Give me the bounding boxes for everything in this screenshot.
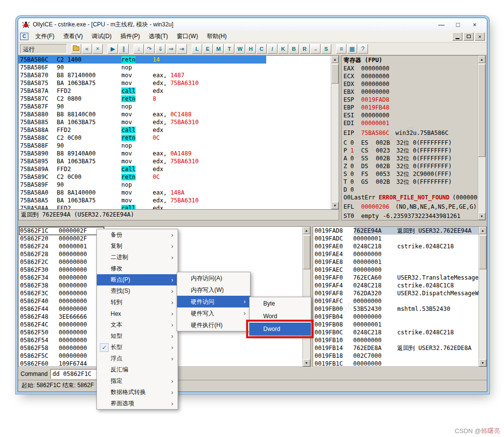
scroll-thumb[interactable]: [478, 64, 485, 157]
maximize-button[interactable]: □: [450, 21, 466, 28]
disasm-row[interactable]: 75BA5890B8 89140A00moveax, 0A1489: [19, 150, 331, 157]
context-menu-item-float[interactable]: 浮点›: [97, 353, 178, 364]
breakpoint-submenu-item-memory-access[interactable]: 内存访问(A): [177, 272, 250, 284]
stack-row[interactable]: 0019FAFC00000000: [313, 297, 479, 305]
stack-row[interactable]: 0019FB18002C7000: [313, 352, 479, 360]
register-line[interactable]: P1CS002332位 0(FFFFFFFF): [342, 147, 478, 154]
disassembly-pane[interactable]: 75BA586CC2 1400retn1475BA586F90nop75BA58…: [19, 56, 331, 209]
breakpoint-submenu-item-hardware-access[interactable]: 硬件访问›: [177, 296, 250, 307]
menu-item-3[interactable]: 插件(P): [116, 31, 144, 42]
trace-over-button[interactable]: ⇒: [166, 44, 176, 54]
trace-into-button[interactable]: ⇓: [155, 44, 165, 54]
disasm-row[interactable]: 75BA588CC2 0C00retn0C: [19, 134, 331, 142]
stack-row[interactable]: 0019FAE00248C218cstrike.0248C218: [313, 242, 479, 250]
minimize-button[interactable]: —: [433, 21, 450, 28]
register-line[interactable]: ST0empty-6.2359373223443981261: [342, 212, 478, 220]
context-menu-item-special[interactable]: 指定›: [97, 375, 178, 387]
menu-item-0[interactable]: 文件(F): [31, 31, 59, 42]
register-line[interactable]: O0LastErrERROR_FILE_NOT_FOUND(00000002): [342, 194, 478, 201]
stack-row[interactable]: 0019FB0800000001: [313, 321, 479, 328]
register-line[interactable]: EAX00000000: [342, 65, 478, 72]
mdi-restore-button[interactable]: [463, 32, 474, 41]
scroll-track[interactable]: [331, 63, 339, 202]
registers-list[interactable]: 寄存器 (FPU) EAX00000000ECX00000000EDX00000…: [342, 56, 478, 220]
toolbar-letter-K[interactable]: K: [278, 44, 288, 54]
disasm-row[interactable]: 75BA58AAFFD2calledx: [19, 204, 331, 209]
toolbar-letter-L[interactable]: L: [192, 44, 202, 54]
step-into-button[interactable]: ↓: [134, 44, 144, 54]
stack-row[interactable]: 0019FAF40248C218cstrike.0248C1C8: [313, 282, 479, 289]
context-menu-item-appearance[interactable]: 界面选项›: [97, 398, 178, 409]
appearance-button[interactable]: ▦: [347, 44, 357, 54]
toolbar-letter-S[interactable]: S: [321, 44, 331, 54]
hardware-submenu-item-word[interactable]: Word: [250, 310, 311, 323]
stack-row[interactable]: 0019FB0C0248C218cstrike.0248C218: [313, 328, 479, 336]
register-line[interactable]: D0: [342, 186, 478, 194]
context-menu-item-hex[interactable]: Hex›: [97, 308, 178, 319]
context-menu-item-breakpoint[interactable]: 断点(P)›: [97, 274, 178, 285]
disasm-row[interactable]: 75BA589F90nop: [19, 181, 331, 189]
hardware-submenu-item-byte[interactable]: Byte: [250, 297, 311, 310]
register-line[interactable]: C0ES002B32位 0(FFFFFFFF): [342, 139, 478, 147]
context-menu-item-short[interactable]: 短型›: [97, 330, 178, 342]
options-button[interactable]: ≡: [336, 44, 346, 54]
register-line[interactable]: A0SS002B32位 0(FFFFFFFF): [342, 154, 478, 162]
disasm-row[interactable]: 75BA5880B8 88140C00moveax, 0C1488: [19, 110, 331, 118]
cpu-window-icon[interactable]: C: [20, 33, 28, 40]
context-menu-item-copy[interactable]: 复制›: [97, 240, 178, 252]
execute-till-return-button[interactable]: ⇥: [177, 44, 187, 54]
toolbar-letter-...[interactable]: ...: [310, 44, 321, 54]
disasm-row[interactable]: 75BA587AFFD2calledx: [19, 87, 331, 95]
stack-pane[interactable]: 0019FAD8762EE94A返回到 USER32.762EE94A0019F…: [313, 227, 479, 367]
disasm-row[interactable]: 75BA58A5BA 1063BA75movedx, 75BA6310: [19, 197, 331, 204]
stack-row[interactable]: 0019FB0400000000: [313, 313, 479, 321]
toolbar-letter-R[interactable]: R: [299, 44, 310, 54]
register-line[interactable]: EDI00000001: [342, 119, 478, 127]
scroll-up-icon[interactable]: ▲: [331, 56, 339, 63]
context-menu-item-long[interactable]: ✓长型›: [97, 342, 178, 353]
scroll-thumb[interactable]: [479, 235, 486, 269]
pause-button[interactable]: ∥: [118, 44, 129, 54]
menu-item-6[interactable]: 帮助(H): [203, 31, 231, 42]
menu-item-5[interactable]: 窗口(W): [172, 31, 202, 42]
register-line[interactable]: EBP0019FB48: [342, 104, 478, 111]
scroll-up-icon[interactable]: ▲: [478, 56, 485, 63]
disasm-row[interactable]: 75BA586F90nop: [19, 64, 331, 71]
scroll-track[interactable]: [479, 234, 486, 359]
stack-row[interactable]: 0019FAF8762DA320USER32.DispatchMessageW: [313, 289, 479, 297]
disassembly-scrollbar[interactable]: ▲ ▼: [331, 56, 339, 209]
register-line[interactable]: ESI00000000: [342, 111, 478, 119]
disasm-row[interactable]: 75BA58A0B8 8A140000moveax, 148A: [19, 189, 331, 197]
stack-row[interactable]: 0019FB1000000000: [313, 336, 479, 344]
context-menu-item-backup[interactable]: 备份›: [97, 229, 178, 240]
close-button[interactable]: ×: [466, 21, 483, 28]
toolbar-letter-C[interactable]: C: [256, 44, 267, 54]
register-line[interactable]: Z0DS002B32位 0(FFFFFFFF): [342, 162, 478, 170]
menu-item-1[interactable]: 查看(V): [59, 31, 87, 42]
close-process-button[interactable]: ×: [92, 44, 103, 54]
breakpoint-submenu-item-hardware-write[interactable]: 硬件写入›: [177, 307, 250, 319]
stack-row[interactable]: 0019FAEC00000000: [313, 266, 479, 274]
disasm-row[interactable]: 75BA588AFFD2calledx: [19, 126, 331, 134]
pane-splitter[interactable]: [18, 220, 487, 226]
context-menu-item-modify[interactable]: 修改: [97, 263, 178, 274]
context-menu-item-text[interactable]: 文本›: [97, 319, 178, 330]
stack-row[interactable]: 0019FB14762EDE8A返回到 USER32.762EDE8A: [313, 344, 479, 352]
stack-row[interactable]: 0019FADC00000001: [313, 235, 479, 242]
toolbar-letter-H[interactable]: H: [246, 44, 256, 54]
stack-row[interactable]: 0019FAF0762ECA60USER32.TranslateMessage: [313, 274, 479, 282]
context-menu-item-data-format-convert[interactable]: 数据格式转换›: [97, 387, 178, 398]
context-menu-item-search[interactable]: 查找(S)›: [97, 285, 178, 297]
help-button[interactable]: ?: [358, 44, 368, 54]
register-line[interactable]: ESP0019FAD8: [342, 96, 478, 104]
disasm-row[interactable]: 75BA588F90nop: [19, 142, 331, 150]
disasm-row[interactable]: 75BA589AFFD2calledx: [19, 165, 331, 173]
stack-row[interactable]: 0019FB1C00000000: [313, 360, 479, 367]
register-line[interactable]: T0GS002B32位 0(FFFFFFFF): [342, 178, 478, 186]
register-line[interactable]: S0FS005332位 2C9000(FFF): [342, 170, 478, 178]
register-line[interactable]: EIP75BA586Cwin32u.75BA586C: [342, 129, 478, 137]
toolbar-letter-T[interactable]: T: [224, 44, 234, 54]
scroll-down-icon[interactable]: ▼: [303, 359, 310, 367]
scroll-thumb[interactable]: [303, 235, 310, 269]
scroll-down-icon[interactable]: ▼: [331, 202, 339, 209]
